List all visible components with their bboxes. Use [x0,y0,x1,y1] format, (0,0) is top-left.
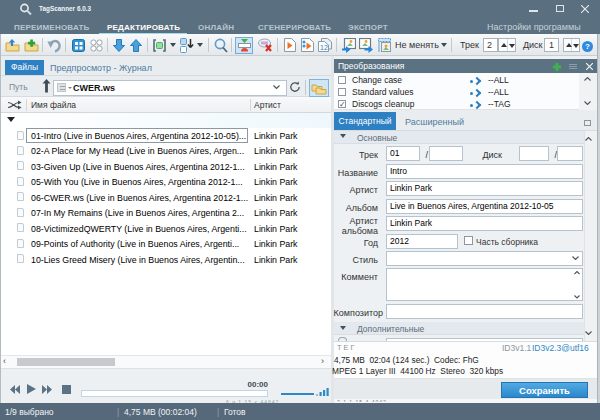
svg-text:12: 12 [320,44,328,51]
